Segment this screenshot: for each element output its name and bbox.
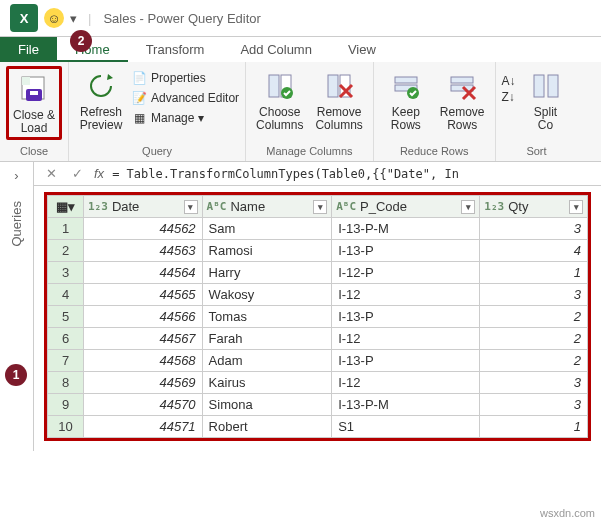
- expand-queries-icon[interactable]: ›: [14, 168, 18, 183]
- formula-text[interactable]: = Table.TransformColumnTypes(Table0,{{"D…: [112, 167, 593, 181]
- smiley-icon[interactable]: ☺: [44, 8, 64, 28]
- cell-name[interactable]: Ramosi: [202, 240, 332, 262]
- refresh-preview-button[interactable]: Refresh Preview: [75, 66, 127, 134]
- cell-date[interactable]: 44564: [84, 262, 203, 284]
- cancel-formula-icon[interactable]: ✕: [42, 166, 60, 181]
- cell-name[interactable]: Harry: [202, 262, 332, 284]
- close-and-load-button[interactable]: Close & Load: [6, 66, 62, 140]
- advanced-editor-label: Advanced Editor: [151, 91, 239, 105]
- cell-qty[interactable]: 3: [480, 284, 588, 306]
- cell-qty[interactable]: 3: [480, 372, 588, 394]
- filter-dropdown-icon[interactable]: ▾: [184, 200, 198, 214]
- cell-qty[interactable]: 1: [480, 262, 588, 284]
- cell-name[interactable]: Tomas: [202, 306, 332, 328]
- accept-formula-icon[interactable]: ✓: [68, 166, 86, 181]
- filter-dropdown-icon[interactable]: ▾: [313, 200, 327, 214]
- advanced-editor-button[interactable]: 📝Advanced Editor: [131, 90, 239, 106]
- remove-rows-label: Remove Rows: [440, 106, 485, 132]
- table-row[interactable]: 444565WakosyI-123: [48, 284, 588, 306]
- tab-view[interactable]: View: [330, 37, 394, 62]
- sort-asc-icon[interactable]: A↓: [502, 74, 516, 88]
- column-header-qty[interactable]: 1₂3Qty▾: [480, 196, 588, 218]
- cell-name[interactable]: Sam: [202, 218, 332, 240]
- keep-rows-button[interactable]: Keep Rows: [380, 66, 432, 134]
- row-number[interactable]: 9: [48, 394, 84, 416]
- cell-pcode[interactable]: I-13-P-M: [332, 218, 480, 240]
- row-number[interactable]: 3: [48, 262, 84, 284]
- refresh-icon: [86, 68, 116, 104]
- cell-date[interactable]: 44568: [84, 350, 203, 372]
- cell-date[interactable]: 44562: [84, 218, 203, 240]
- tab-file[interactable]: File: [0, 37, 57, 62]
- table-row[interactable]: 844569KairusI-123: [48, 372, 588, 394]
- cell-date[interactable]: 44570: [84, 394, 203, 416]
- split-column-button[interactable]: Split Co: [520, 66, 572, 134]
- cell-qty[interactable]: 2: [480, 328, 588, 350]
- table-row[interactable]: 244563RamosiI-13-P4: [48, 240, 588, 262]
- cell-pcode[interactable]: I-12: [332, 372, 480, 394]
- table-row[interactable]: 744568AdamI-13-P2: [48, 350, 588, 372]
- queries-label[interactable]: Queries: [9, 201, 24, 247]
- cell-name[interactable]: Adam: [202, 350, 332, 372]
- cell-name[interactable]: Wakosy: [202, 284, 332, 306]
- cell-name[interactable]: Farah: [202, 328, 332, 350]
- qat-dropdown-icon[interactable]: ▾: [70, 11, 82, 26]
- cell-pcode[interactable]: I-12: [332, 328, 480, 350]
- cell-pcode[interactable]: I-13-P: [332, 306, 480, 328]
- cell-pcode[interactable]: I-13-P: [332, 240, 480, 262]
- table-corner-icon[interactable]: ▦▾: [56, 199, 75, 214]
- column-header-name[interactable]: AᴮCName▾: [202, 196, 332, 218]
- remove-rows-button[interactable]: Remove Rows: [436, 66, 489, 134]
- row-number[interactable]: 6: [48, 328, 84, 350]
- tab-add-column[interactable]: Add Column: [222, 37, 330, 62]
- cell-date[interactable]: 44567: [84, 328, 203, 350]
- column-header-date[interactable]: 1₂3Date▾: [84, 196, 203, 218]
- manage-label: Manage: [151, 111, 194, 125]
- cell-pcode[interactable]: I-12: [332, 284, 480, 306]
- table-row[interactable]: 1044571RobertS11: [48, 416, 588, 438]
- properties-button[interactable]: 📄Properties: [131, 70, 239, 86]
- cell-pcode[interactable]: I-13-P: [332, 350, 480, 372]
- cell-qty[interactable]: 3: [480, 394, 588, 416]
- row-number[interactable]: 4: [48, 284, 84, 306]
- remove-columns-button[interactable]: Remove Columns: [311, 66, 366, 134]
- cell-date[interactable]: 44569: [84, 372, 203, 394]
- filter-dropdown-icon[interactable]: ▾: [461, 200, 475, 214]
- filter-dropdown-icon[interactable]: ▾: [569, 200, 583, 214]
- table-row[interactable]: 144562SamI-13-P-M3: [48, 218, 588, 240]
- fx-icon[interactable]: fx: [94, 166, 104, 181]
- column-header-p_code[interactable]: AᴮCP_Code▾: [332, 196, 480, 218]
- table-row[interactable]: 944570SimonaI-13-P-M3: [48, 394, 588, 416]
- table-row[interactable]: 344564HarryI-12-P1: [48, 262, 588, 284]
- row-number[interactable]: 7: [48, 350, 84, 372]
- manage-button[interactable]: ▦Manage ▾: [131, 110, 239, 126]
- cell-date[interactable]: 44563: [84, 240, 203, 262]
- tab-home[interactable]: Home: [57, 37, 128, 62]
- choose-columns-icon: [265, 68, 295, 104]
- cell-qty[interactable]: 4: [480, 240, 588, 262]
- preview-table[interactable]: ▦▾1₂3Date▾AᴮCName▾AᴮCP_Code▾1₂3Qty▾ 1445…: [47, 195, 588, 438]
- cell-date[interactable]: 44565: [84, 284, 203, 306]
- cell-qty[interactable]: 3: [480, 218, 588, 240]
- cell-name[interactable]: Simona: [202, 394, 332, 416]
- cell-qty[interactable]: 2: [480, 306, 588, 328]
- cell-qty[interactable]: 1: [480, 416, 588, 438]
- cell-date[interactable]: 44571: [84, 416, 203, 438]
- tab-transform[interactable]: Transform: [128, 37, 223, 62]
- sort-desc-icon[interactable]: Z↓: [502, 90, 516, 104]
- cell-name[interactable]: Kairus: [202, 372, 332, 394]
- table-row[interactable]: 544566TomasI-13-P2: [48, 306, 588, 328]
- cell-pcode[interactable]: I-13-P-M: [332, 394, 480, 416]
- cell-qty[interactable]: 2: [480, 350, 588, 372]
- cell-name[interactable]: Robert: [202, 416, 332, 438]
- cell-date[interactable]: 44566: [84, 306, 203, 328]
- cell-pcode[interactable]: S1: [332, 416, 480, 438]
- row-number[interactable]: 10: [48, 416, 84, 438]
- row-number[interactable]: 8: [48, 372, 84, 394]
- cell-pcode[interactable]: I-12-P: [332, 262, 480, 284]
- table-row[interactable]: 644567FarahI-122: [48, 328, 588, 350]
- row-number[interactable]: 2: [48, 240, 84, 262]
- row-number[interactable]: 5: [48, 306, 84, 328]
- choose-columns-button[interactable]: Choose Columns: [252, 66, 307, 134]
- row-number[interactable]: 1: [48, 218, 84, 240]
